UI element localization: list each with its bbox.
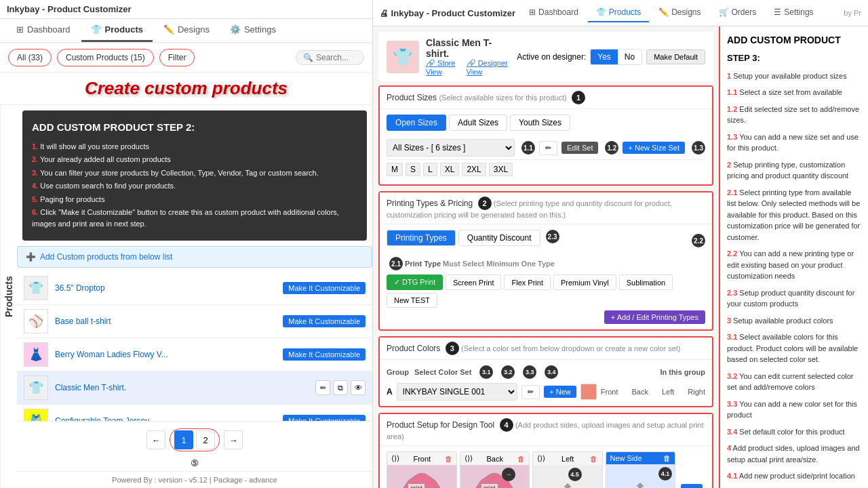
front-label: Front (601, 388, 618, 396)
orders-icon: 🛒 (719, 7, 729, 17)
settings-icon: ⚙️ (230, 24, 241, 35)
new-size-set-btn[interactable]: + New Size Set (623, 142, 685, 154)
front-label-header: Front (413, 455, 431, 463)
make-customizable-btn[interactable]: Make It Customizable (283, 415, 366, 421)
screen-print-btn[interactable]: Screen Print (446, 274, 502, 290)
adult-sizes-tab[interactable]: Adult Sizes (449, 115, 507, 131)
edit-color-set-btn[interactable]: ✏ (521, 385, 540, 399)
tab-products[interactable]: 👕 Products (81, 19, 153, 42)
color-3.4-badge: 3.4 (545, 365, 558, 379)
print-type-label: 2.1 Print Type Must Select Minimum One T… (387, 257, 705, 270)
colors-section-body: Group Select Color Set 3.1 3.2 3.3 3.4 I… (380, 360, 712, 406)
colors-sub: (Select a color set from below dropdown … (461, 344, 680, 352)
color-set-select[interactable]: INKYBAY SINGLE 001 (397, 383, 518, 401)
app-logo-right: 🖨 Inkybay - Product Customizer (380, 8, 515, 18)
new-side-delete-icon[interactable]: 🗑 (663, 454, 671, 462)
page-1-btn[interactable]: 1 (174, 430, 193, 449)
edit-icon[interactable]: ✏ (315, 380, 330, 395)
sizes-section-body: Open Sizes Adult Sizes Youth Sizes All S… (380, 109, 712, 184)
right-tab-settings[interactable]: ☰ Settings (766, 3, 821, 22)
right-tab-products[interactable]: 👕 Products (588, 3, 649, 22)
list-item[interactable]: 👕 36.5" Droptop Make It Customizable (17, 272, 372, 305)
no-toggle-btn[interactable]: No (618, 49, 642, 64)
color-swatch[interactable] (580, 384, 597, 400)
make-customizable-btn[interactable]: Make It Customizable (283, 282, 366, 294)
4.4-badge-back: → (502, 468, 515, 481)
step2-item-4: 4. Use custom search to find your produc… (32, 180, 357, 192)
make-customizable-btn[interactable]: Make It Customizable (283, 315, 366, 327)
custom-products-btn[interactable]: Custom Products (15) (57, 49, 154, 66)
page-2-btn[interactable]: 2 (196, 430, 215, 449)
step2-item-3: 3. You can filter your store products by… (32, 167, 357, 179)
product-actions: Make It Customizable (283, 415, 366, 421)
add-side-btn[interactable]: + Side (681, 484, 703, 488)
yes-toggle-btn[interactable]: Yes (591, 49, 618, 64)
front-icon: ⟨⟩⟩ (391, 454, 399, 463)
dtg-print-btn[interactable]: ✓ DTG Print (387, 274, 443, 290)
upload-arrow-new: ⬆ (633, 480, 647, 489)
new-color-btn[interactable]: + New (544, 386, 576, 398)
right-top-bar: 🖨 Inkybay - Product Customizer ⊞ Dashboa… (373, 0, 868, 26)
designer-view-link[interactable]: 🔗 Designer View (467, 59, 511, 76)
quantity-discount-tab[interactable]: Quantity Discount (458, 230, 540, 246)
product-actions: Make It Customizable (283, 348, 366, 361)
add-side-col: + Side (678, 451, 705, 488)
filter-btn[interactable]: Filter (159, 49, 195, 66)
size-set-select[interactable]: All Sizes - [ 6 sizes ] (387, 139, 515, 157)
step2-item-6: 6. Click "Make it Customizable" button t… (32, 207, 357, 229)
size-2xl: 2XL (462, 163, 486, 176)
tab-dashboard[interactable]: ⊞ Dashboard (7, 19, 80, 42)
tab-designs[interactable]: ✏️ Designs (154, 19, 219, 42)
all-filter-btn[interactable]: All (33) (8, 49, 52, 66)
premium-vinyl-btn[interactable]: Premium Vinyl (553, 274, 616, 290)
product-sizes-section: Product Sizes (Select available sizes fo… (378, 85, 713, 186)
back-delete-icon[interactable]: 🗑 (517, 455, 525, 463)
youth-sizes-tab[interactable]: Youth Sizes (510, 115, 570, 131)
make-default-btn[interactable]: Make Default (646, 49, 705, 64)
new-test-btn[interactable]: New TEST (387, 293, 437, 308)
edit-set-btn[interactable]: Edit Set (561, 142, 599, 154)
right-tab-dashboard[interactable]: ⊞ Dashboard (521, 3, 587, 22)
front-print-area: printarea (408, 483, 425, 488)
app-logo-left: Inkybay - Product Customizer (7, 4, 131, 14)
next-page-btn[interactable]: → (224, 430, 243, 449)
left-delete-icon[interactable]: 🗑 (590, 455, 597, 463)
left-nav-tabs: ⊞ Dashboard 👕 Products ✏️ Designs ⚙️ Set… (0, 19, 372, 43)
right-tab-designs[interactable]: ✏️ Designs (650, 3, 709, 22)
printing-types-tab[interactable]: Printing Types (387, 230, 456, 246)
back-icon: ⟨⟩⟩ (465, 454, 473, 463)
front-delete-icon[interactable]: 🗑 (445, 455, 452, 463)
products-icon: 👕 (91, 24, 102, 35)
make-customizable-btn[interactable]: Make It Customizable (283, 348, 366, 361)
size-l: L (423, 163, 437, 176)
pagination-label-5: ⑤ (17, 458, 372, 471)
print-2.1-badge: 2.1 (389, 257, 403, 270)
flex-print-btn[interactable]: Flex Print (504, 274, 550, 290)
copy-icon[interactable]: ⧉ (333, 380, 348, 395)
list-item[interactable]: 👗 Berry Woman Ladies Flowy V... Make It … (17, 338, 372, 371)
size-list: M S L XL 2XL 3XL (387, 160, 705, 179)
open-sizes-tab[interactable]: Open Sizes (387, 115, 446, 131)
list-item[interactable]: 👕 Classic Men T-shirt. ✏ ⧉ 👁 (17, 371, 372, 405)
right-tab-orders[interactable]: 🛒 Orders (711, 3, 765, 22)
right-nav-tabs: ⊞ Dashboard 👕 Products ✏️ Designs 🛒 Orde… (521, 3, 821, 22)
right-panel: 🖨 Inkybay - Product Customizer ⊞ Dashboa… (373, 0, 868, 488)
search-input[interactable] (316, 53, 357, 62)
prev-page-btn[interactable]: ← (146, 430, 165, 449)
eye-icon[interactable]: 👁 (351, 380, 366, 395)
search-bar[interactable]: 🔍 (296, 50, 364, 65)
add-edit-printing-btn[interactable]: + Add / Edit Printing Types (604, 310, 705, 324)
sublimation-btn[interactable]: Sublimation (619, 274, 673, 290)
store-view-link[interactable]: 🔗 Store View (426, 59, 461, 76)
add-icon: ➕ (26, 252, 36, 262)
step2-item-1: 1. It will show all you store products (32, 141, 357, 152)
product-name: 36.5" Droptop (55, 283, 276, 293)
design-tool-body: ⟨⟩⟩ Front 🗑 printarea 4.4 (380, 446, 712, 488)
list-item[interactable]: 🎽 Configurable Team Jersey Make It Custo… (17, 405, 372, 421)
add-custom-bar[interactable]: ➕ Add Custom products from below list (17, 246, 372, 268)
edit-icon-size[interactable]: ✏ (539, 141, 557, 155)
sizes-sub: (Select available sizes for this product… (439, 94, 566, 102)
design-tool-label: Product Setup for Design Tool (387, 420, 494, 430)
tab-settings[interactable]: ⚙️ Settings (220, 19, 285, 42)
list-item[interactable]: ⚾ Base ball t-shirt Make It Customizable (17, 305, 372, 338)
